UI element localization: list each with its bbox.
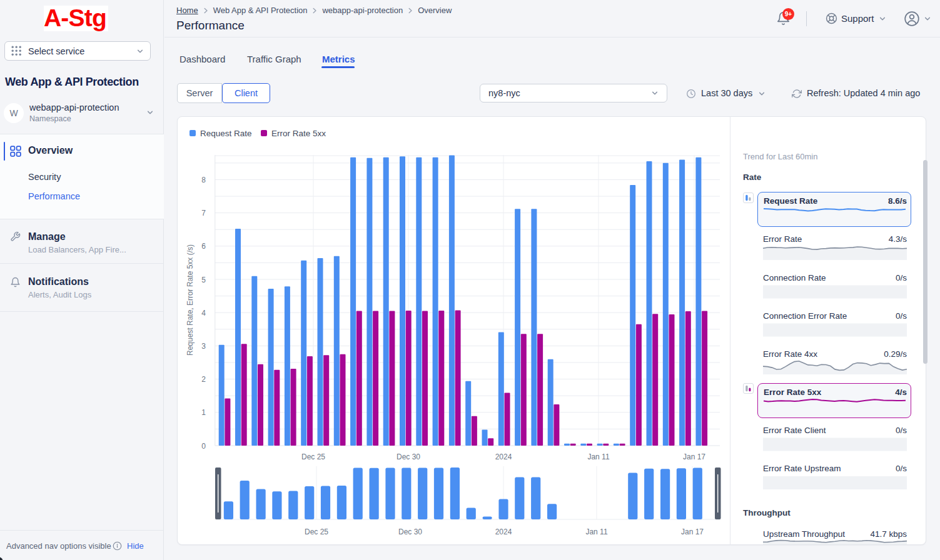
svg-text:Jan 11: Jan 11 [585, 528, 607, 536]
svg-text:Dec 30: Dec 30 [397, 452, 420, 461]
svg-text:7: 7 [201, 209, 206, 218]
svg-text:3: 3 [201, 342, 206, 351]
svg-text:2024: 2024 [495, 452, 512, 461]
svg-text:Jan 17: Jan 17 [683, 452, 705, 461]
svg-text:Request Rate, Error Rate 5xx (: Request Rate, Error Rate 5xx (/s) [186, 244, 195, 356]
svg-text:4: 4 [201, 309, 206, 318]
svg-text:Dec 25: Dec 25 [305, 528, 328, 536]
svg-text:Dec 30: Dec 30 [398, 528, 422, 536]
svg-text:2: 2 [201, 375, 206, 384]
svg-text:Dec 25: Dec 25 [301, 452, 325, 461]
svg-text:5: 5 [201, 276, 206, 284]
svg-text:Jan 11: Jan 11 [587, 452, 609, 461]
svg-text:Jan 17: Jan 17 [681, 528, 704, 536]
svg-text:1: 1 [201, 408, 206, 417]
svg-text:6: 6 [201, 242, 206, 251]
svg-text:0: 0 [201, 442, 206, 451]
svg-text:2024: 2024 [495, 528, 512, 536]
svg-text:8: 8 [201, 176, 206, 184]
